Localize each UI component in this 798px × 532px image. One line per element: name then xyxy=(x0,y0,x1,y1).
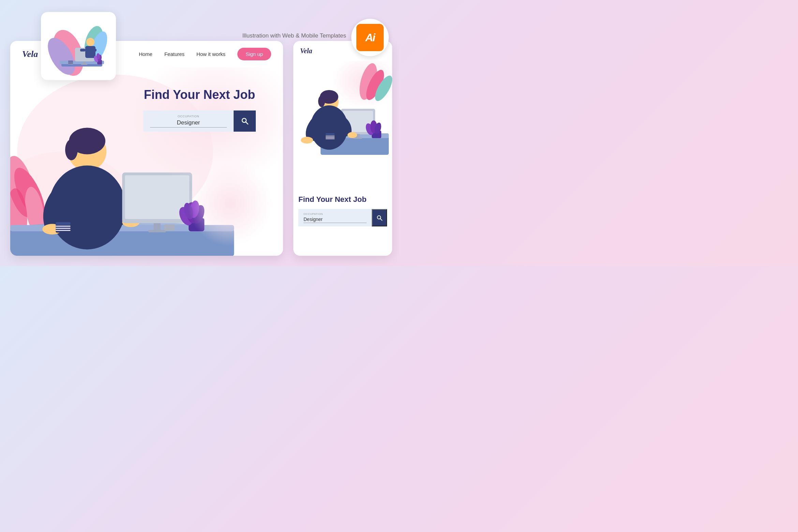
mobile-search-label: OCCUPATION xyxy=(304,212,367,216)
nav-links: Home Features How it works Sign up xyxy=(139,48,271,60)
svg-line-82 xyxy=(380,219,382,220)
hero-content: Find Your Next Job OCCUPATION Designer xyxy=(143,88,256,132)
ai-logo: Ai xyxy=(356,24,384,51)
preview-illustration xyxy=(41,12,116,80)
nav-how-it-works[interactable]: How it works xyxy=(196,51,225,57)
svg-line-23 xyxy=(246,122,248,124)
signup-button[interactable]: Sign up xyxy=(237,48,271,60)
svg-rect-43 xyxy=(148,230,166,232)
search-input-area[interactable]: OCCUPATION Designer xyxy=(143,110,234,132)
hero-section: Find Your Next Job OCCUPATION Designer xyxy=(10,67,283,256)
svg-rect-12 xyxy=(90,49,97,51)
mobile-hero-content: Find Your Next Job OCCUPATION Designer xyxy=(298,195,387,226)
svg-rect-8 xyxy=(81,64,87,65)
search-value: Designer xyxy=(150,119,227,128)
svg-rect-7 xyxy=(83,61,85,64)
mobile-search-icon xyxy=(376,215,383,221)
nav-home[interactable]: Home xyxy=(139,51,152,57)
search-box: OCCUPATION Designer xyxy=(143,110,256,132)
svg-rect-80 xyxy=(326,138,335,139)
mobile-search-input-area[interactable]: OCCUPATION Designer xyxy=(298,209,372,226)
svg-rect-42 xyxy=(154,223,161,231)
svg-rect-54 xyxy=(56,230,70,231)
mobile-logo: Vela xyxy=(300,47,312,55)
subtitle: Illustration with Web & Mobile Templates xyxy=(242,32,346,39)
svg-rect-20 xyxy=(68,63,73,63)
mobile-hero-title: Find Your Next Job xyxy=(298,195,387,204)
nav-features[interactable]: Features xyxy=(164,51,184,57)
svg-rect-51 xyxy=(56,222,70,225)
main-logo: Vela xyxy=(22,49,38,59)
svg-rect-52 xyxy=(56,226,70,227)
svg-rect-53 xyxy=(56,228,70,229)
mobile-hero: Find Your Next Job OCCUPATION Designer xyxy=(293,61,392,254)
search-icon xyxy=(241,117,249,125)
preview-card xyxy=(41,12,116,80)
mobile-search-box: OCCUPATION Designer xyxy=(298,209,387,226)
hero-title: Find Your Next Job xyxy=(143,88,256,102)
search-button[interactable] xyxy=(234,110,256,132)
svg-rect-21 xyxy=(68,64,73,64)
svg-rect-10 xyxy=(85,46,95,58)
svg-rect-79 xyxy=(326,137,335,138)
svg-point-9 xyxy=(86,38,94,46)
mobile-illustration xyxy=(293,61,392,157)
svg-point-71 xyxy=(348,132,357,138)
svg-rect-77 xyxy=(326,133,335,135)
mobile-template: Vela xyxy=(293,41,392,256)
search-label: OCCUPATION xyxy=(150,115,227,118)
svg-rect-55 xyxy=(164,224,175,231)
svg-rect-78 xyxy=(326,136,335,136)
ai-badge: Ai xyxy=(351,19,389,56)
svg-point-70 xyxy=(301,137,313,144)
svg-rect-19 xyxy=(68,62,73,62)
mobile-search-value: Designer xyxy=(304,217,367,223)
ai-text: Ai xyxy=(365,31,375,44)
mobile-search-button[interactable] xyxy=(372,209,387,226)
svg-rect-18 xyxy=(68,61,73,62)
svg-point-67 xyxy=(318,95,325,107)
svg-rect-11 xyxy=(80,49,85,51)
svg-point-35 xyxy=(65,139,78,160)
blob-small xyxy=(188,161,273,246)
